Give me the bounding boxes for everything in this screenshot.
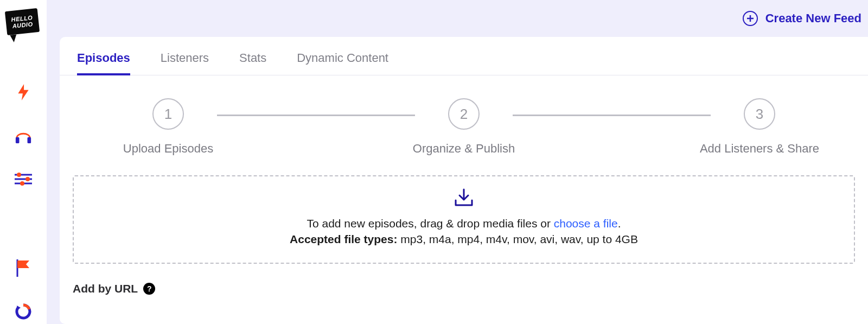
svg-rect-1 [28, 137, 31, 143]
sidebar: HELLO AUDIO [0, 0, 47, 324]
step-label: Upload Episodes [123, 142, 213, 156]
step-circle: 3 [744, 98, 775, 130]
top-bar: Create New Feed [47, 0, 868, 37]
dropzone-accepted: Accepted file types: mp3, m4a, mp4, m4v,… [85, 231, 843, 247]
accepted-label: Accepted file types: [290, 233, 397, 245]
tabs: Episodes Listeners Stats Dynamic Content [60, 37, 868, 75]
tab-episodes[interactable]: Episodes [77, 51, 130, 75]
create-new-feed-button[interactable]: Create New Feed [743, 11, 861, 26]
step-connector [513, 115, 711, 116]
main-area: Create New Feed Episodes Listeners Stats… [47, 0, 868, 324]
svg-point-7 [20, 181, 24, 186]
step-circle: 2 [448, 98, 480, 130]
tab-label: Listeners [161, 51, 209, 65]
svg-point-5 [25, 177, 30, 181]
svg-rect-0 [16, 137, 20, 143]
tab-label: Episodes [77, 51, 130, 65]
stepper: 1 Upload Episodes 2 Organize & Publish 3… [60, 75, 868, 162]
step-2: 2 Organize & Publish [393, 98, 534, 156]
svg-marker-9 [17, 306, 21, 310]
step-3: 3 Add Listeners & Share [689, 98, 830, 156]
headphones-icon[interactable] [15, 127, 32, 144]
tab-label: Stats [239, 51, 266, 65]
add-by-url-label: Add by URL [73, 282, 138, 295]
step-number: 3 [756, 106, 763, 123]
step-label: Organize & Publish [413, 142, 515, 156]
step-number: 1 [164, 106, 172, 123]
dropzone-suffix: . [618, 217, 621, 230]
svg-point-3 [17, 173, 21, 177]
logo-text-line2: AUDIO [12, 21, 33, 29]
bolt-icon[interactable] [15, 84, 32, 101]
step-number: 2 [460, 106, 468, 123]
content-card: Episodes Listeners Stats Dynamic Content… [60, 37, 868, 324]
refresh-icon[interactable] [15, 303, 32, 320]
plus-circle-icon [743, 11, 758, 26]
sliders-icon[interactable] [15, 170, 32, 188]
upload-dropzone[interactable]: To add new episodes, drag & drop media f… [73, 175, 855, 264]
step-circle: 1 [152, 98, 184, 130]
app-logo[interactable]: HELLO AUDIO [6, 10, 41, 41]
dropzone-prefix: To add new episodes, drag & drop media f… [307, 217, 553, 230]
step-connector [217, 115, 415, 116]
choose-file-link[interactable]: choose a file [554, 217, 618, 230]
add-by-url-row: Add by URL ? [60, 264, 868, 301]
download-icon [454, 188, 474, 209]
help-icon[interactable]: ? [143, 283, 155, 295]
flag-icon[interactable] [15, 259, 32, 277]
tab-listeners[interactable]: Listeners [161, 51, 209, 75]
tab-label: Dynamic Content [297, 51, 388, 65]
tab-stats[interactable]: Stats [239, 51, 266, 75]
dropzone-instruction: To add new episodes, drag & drop media f… [85, 215, 843, 231]
create-feed-label: Create New Feed [765, 11, 861, 26]
sidebar-nav [15, 84, 32, 320]
step-label: Add Listeners & Share [700, 142, 819, 156]
accepted-types: mp3, m4a, mp4, m4v, mov, avi, wav, up to… [397, 233, 638, 245]
tab-dynamic-content[interactable]: Dynamic Content [297, 51, 388, 75]
step-1: 1 Upload Episodes [98, 98, 239, 156]
